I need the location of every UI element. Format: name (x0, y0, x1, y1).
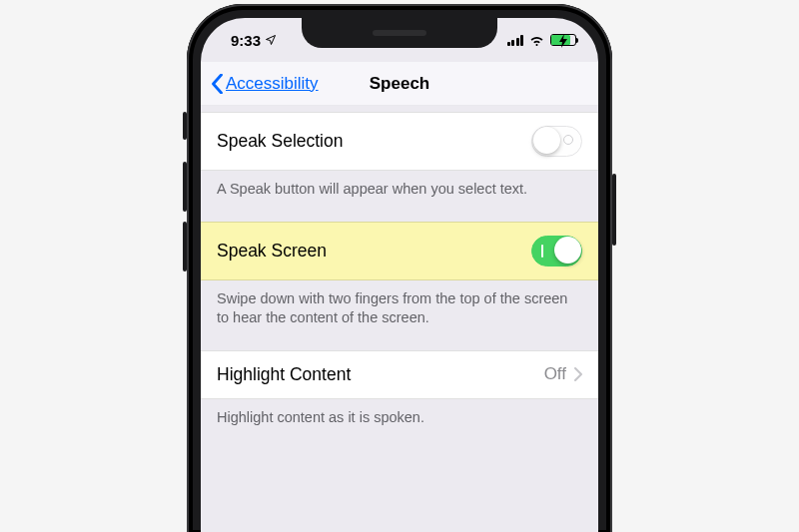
row-label: Speak Selection (217, 131, 343, 152)
location-icon (265, 34, 277, 46)
phone-frame: 9:33 (187, 4, 612, 532)
settings-list[interactable]: Speak Selection A Speak button will appe… (201, 112, 598, 449)
row-footer: A Speak button will appear when you sele… (201, 171, 598, 222)
row-footer: Highlight content as it is spoken. (201, 399, 598, 450)
toggle-speak-screen[interactable] (531, 236, 582, 266)
toggle-on-indicator-icon (541, 245, 543, 258)
row-highlight-content[interactable]: Highlight Content Off (201, 350, 598, 399)
back-label: Accessibility (226, 74, 319, 94)
toggle-off-indicator-icon (563, 135, 573, 145)
wifi-icon (528, 34, 545, 46)
notch (302, 18, 497, 48)
charging-icon (558, 34, 568, 50)
toggle-knob (533, 127, 560, 154)
battery-icon (550, 34, 576, 46)
chevron-left-icon (211, 74, 224, 94)
row-label: Speak Screen (217, 241, 327, 262)
row-speak-screen[interactable]: Speak Screen (201, 222, 598, 280)
back-button[interactable]: Accessibility (211, 74, 370, 94)
row-value: Off (544, 364, 582, 384)
page-title: Speech (370, 74, 429, 94)
status-right (507, 34, 577, 46)
power-button (612, 174, 616, 246)
volume-up-button (183, 162, 187, 212)
row-footer: Swipe down with two fingers from the top… (201, 280, 598, 350)
screen: 9:33 (201, 18, 598, 532)
nav-bar: Accessibility Speech (201, 62, 598, 106)
toggle-knob (554, 237, 581, 264)
row-speak-selection[interactable]: Speak Selection (201, 112, 598, 171)
status-left: 9:33 (231, 32, 277, 49)
toggle-speak-selection[interactable] (531, 126, 582, 157)
volume-down-button (183, 222, 187, 271)
row-value-text: Off (544, 364, 566, 384)
chevron-right-icon (574, 367, 582, 381)
mute-switch (183, 112, 187, 140)
speaker-icon (373, 30, 426, 36)
cellular-icon (507, 35, 524, 46)
row-label: Highlight Content (217, 364, 351, 385)
status-time: 9:33 (231, 32, 261, 49)
